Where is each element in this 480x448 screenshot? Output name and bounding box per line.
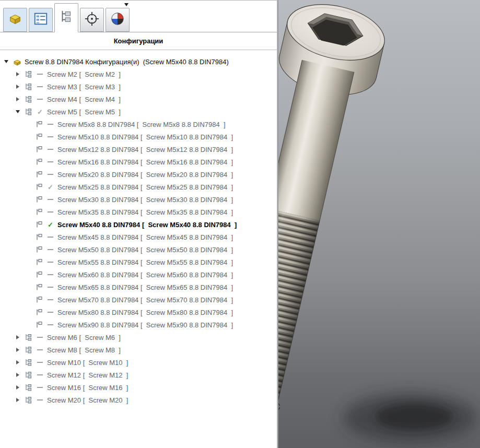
tree-row[interactable]: Screw M2 [ Screw M2 ] <box>0 68 277 80</box>
config-icon <box>34 270 43 279</box>
status-check-gray-icon: ✓ <box>46 183 54 191</box>
tree-row[interactable]: Screw M5x12 8.8 DIN7984 [ Screw M5x12 8.… <box>0 143 277 156</box>
tree-row[interactable]: ✓Screw M5x40 8.8 DIN7984 [ Screw M5x40 8… <box>0 218 277 231</box>
expand-arrow-icon[interactable] <box>15 394 21 406</box>
screw-body[interactable] <box>278 0 390 421</box>
tree-row[interactable]: ✓Screw M5 [ Screw M5 ] <box>0 105 277 118</box>
status-dash-icon <box>36 337 44 338</box>
row-label: Screw M5x90 8.8 DIN7984 [ Screw M5x90 8.… <box>57 321 233 329</box>
status-dash-icon <box>46 149 54 150</box>
row-label: Screw M5x25 8.8 DIN7984 [ Screw M5x25 8.… <box>57 183 233 191</box>
config-icon <box>34 245 43 254</box>
row-label: Screw M5x8 8.8 DIN7984 [ Screw M5x8 8.8 … <box>57 121 226 128</box>
tree-row[interactable]: Screw M5x50 8.8 DIN7984 [ Screw M5x50 8.… <box>0 243 277 256</box>
tree-row[interactable]: Screw M5x35 8.8 DIN7984 [ Screw M5x35 8.… <box>0 206 277 218</box>
expand-arrow-icon[interactable] <box>3 55 9 68</box>
row-label: Screw M2 [ Screw M2 ] <box>47 70 121 78</box>
status-dash-icon <box>46 124 54 125</box>
row-label: Screw M5x55 8.8 DIN7984 [ Screw M5x55 8.… <box>57 258 233 266</box>
tree-row[interactable]: Screw M5x16 8.8 DIN7984 [ Screw M5x16 8.… <box>0 156 277 168</box>
expand-arrow-icon[interactable] <box>15 356 21 369</box>
config-group-icon <box>24 82 33 91</box>
status-dash-icon <box>46 174 54 175</box>
row-label: Screw M5x50 8.8 DIN7984 [ Screw M5x50 8.… <box>57 246 233 254</box>
status-dash-icon <box>36 99 44 100</box>
tab-overflow-arrow-icon[interactable] <box>124 3 128 6</box>
tree-row[interactable]: Screw M5x8 8.8 DIN7984 [ Screw M5x8 8.8 … <box>0 118 277 131</box>
config-icon <box>34 258 43 267</box>
displaymanager-tab[interactable] <box>106 8 130 32</box>
status-dash-icon <box>46 324 54 325</box>
status-dash-icon <box>46 136 54 137</box>
tree-row[interactable]: Screw M5x90 8.8 DIN7984 [ Screw M5x90 8.… <box>0 319 277 331</box>
design-tree-icon <box>33 11 49 29</box>
status-dash-icon <box>46 262 54 263</box>
tree-row[interactable]: Screw M5x20 8.8 DIN7984 [ Screw M5x20 8.… <box>0 168 277 181</box>
viewport-3d[interactable] <box>278 0 480 448</box>
featuremanager-tab[interactable] <box>3 8 27 32</box>
tree-row[interactable]: Screw M3 [ Screw M3 ] <box>0 80 277 93</box>
tree-row[interactable]: Screw M20 [ Screw M20 ] <box>0 394 277 406</box>
expand-arrow-icon[interactable] <box>15 344 21 356</box>
tree-row[interactable]: Screw M5x60 8.8 DIN7984 [ Screw M5x60 8.… <box>0 268 277 281</box>
row-label: Screw M5x45 8.8 DIN7984 [ Screw M5x45 8.… <box>57 233 233 241</box>
tree-row[interactable]: Screw M12 [ Screw M12 ] <box>0 369 277 381</box>
row-label: Screw M5x65 8.8 DIN7984 [ Screw M5x65 8.… <box>57 284 233 291</box>
expand-arrow-icon[interactable] <box>15 80 21 93</box>
config-icon <box>34 220 43 229</box>
tree-row[interactable]: Screw M6 [ Screw M6 ] <box>0 331 277 344</box>
configurationmanager-tab[interactable] <box>54 3 78 32</box>
propertymanager-tab[interactable] <box>29 8 53 32</box>
panel-title: Конфигурации <box>0 32 277 50</box>
tree-row[interactable]: Screw M5x55 8.8 DIN7984 [ Screw M5x55 8.… <box>0 256 277 268</box>
expand-arrow-icon[interactable] <box>15 105 21 118</box>
status-dash-icon <box>46 161 54 162</box>
dimxpert-target-icon <box>84 11 100 29</box>
row-label: Screw M5x60 8.8 DIN7984 [ Screw M5x60 8.… <box>57 271 233 279</box>
status-dash-icon <box>46 199 54 200</box>
expand-arrow-icon[interactable] <box>15 369 21 381</box>
part-icon <box>7 11 23 29</box>
dimxpertmanager-tab[interactable] <box>80 8 104 32</box>
config-group-icon <box>24 371 33 380</box>
configuration-tree: Screw 8.8 DIN7984 Конфигурация(и) (Screw… <box>0 50 277 448</box>
row-label: Screw M4 [ Screw M4 ] <box>47 96 121 103</box>
row-label: Screw M5x70 8.8 DIN7984 [ Screw M5x70 8.… <box>57 296 233 304</box>
row-label: Screw M16 [ Screw M16 ] <box>47 384 128 392</box>
config-icon <box>34 296 43 304</box>
status-dash-icon <box>46 287 54 288</box>
row-label: Screw M5x16 8.8 DIN7984 [ Screw M5x16 8.… <box>57 158 233 166</box>
row-label: Screw M5x12 8.8 DIN7984 [ Screw M5x12 8.… <box>57 146 233 154</box>
tree-row[interactable]: Screw M5x10 8.8 DIN7984 [ Screw M5x10 8.… <box>0 131 277 143</box>
tree-row[interactable]: Screw M10 [ Screw M10 ] <box>0 356 277 369</box>
config-group-icon <box>24 383 33 392</box>
expand-arrow-icon[interactable] <box>15 331 21 344</box>
tree-row[interactable]: Screw M5x80 8.8 DIN7984 [ Screw M5x80 8.… <box>0 306 277 319</box>
expand-arrow-icon[interactable] <box>15 381 21 394</box>
tree-row[interactable]: Screw M16 [ Screw M16 ] <box>0 381 277 394</box>
tree-row[interactable]: Screw M4 [ Screw M4 ] <box>0 93 277 105</box>
status-dash-icon <box>46 299 54 300</box>
tree-row[interactable]: ✓Screw M5x25 8.8 DIN7984 [ Screw M5x25 8… <box>0 181 277 193</box>
config-group-icon <box>24 70 33 79</box>
tree-row[interactable]: Screw 8.8 DIN7984 Конфигурация(и) (Screw… <box>0 55 277 68</box>
tree-row[interactable]: Screw M5x70 8.8 DIN7984 [ Screw M5x70 8.… <box>0 293 277 306</box>
config-icon <box>34 321 43 329</box>
tree-row[interactable]: Screw M5x30 8.8 DIN7984 [ Screw M5x30 8.… <box>0 193 277 206</box>
config-icon <box>34 145 43 154</box>
status-dash-icon <box>36 362 44 363</box>
tree-row[interactable]: Screw M5x45 8.8 DIN7984 [ Screw M5x45 8.… <box>0 231 277 243</box>
screw-model[interactable] <box>278 0 480 448</box>
row-label: Screw M5x10 8.8 DIN7984 [ Screw M5x10 8.… <box>57 133 233 141</box>
status-dash-icon <box>46 249 54 250</box>
expand-arrow-icon[interactable] <box>15 68 21 80</box>
config-group-icon <box>24 346 33 355</box>
config-icon <box>34 308 43 317</box>
row-label: Screw M20 [ Screw M20 ] <box>47 396 128 404</box>
tree-row[interactable]: Screw M8 [ Screw M8 ] <box>0 344 277 356</box>
tree-row[interactable]: Screw M5x65 8.8 DIN7984 [ Screw M5x65 8.… <box>0 281 277 293</box>
config-icon <box>34 120 43 129</box>
expand-arrow-icon[interactable] <box>15 93 21 105</box>
status-check-green-icon: ✓ <box>46 221 54 229</box>
config-group-icon <box>24 358 33 367</box>
